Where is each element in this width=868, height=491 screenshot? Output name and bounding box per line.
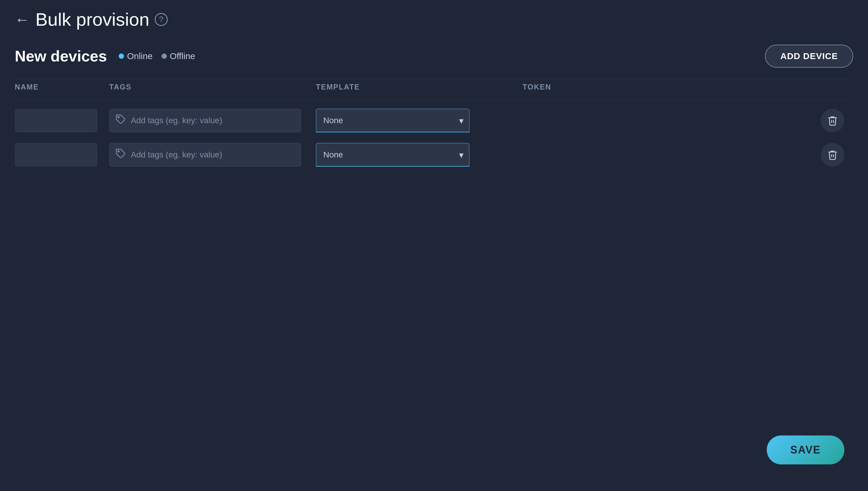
- template-cell-2: None ▾: [316, 143, 523, 167]
- svg-point-0: [118, 116, 119, 118]
- name-input-2[interactable]: [15, 143, 97, 167]
- delete-button-1[interactable]: [821, 109, 844, 132]
- tag-icon-2: [116, 148, 126, 161]
- offline-badge: Offline: [161, 51, 195, 61]
- row-actions-2: [523, 143, 853, 167]
- table-row: Add tags (eg. key: value) None ▾: [15, 104, 853, 138]
- tags-placeholder-2: Add tags (eg. key: value): [131, 150, 222, 160]
- page: ← Bulk provision ? New devices Online Of…: [0, 0, 868, 491]
- table-header: NAME TAGS TEMPLATE TOKEN: [15, 80, 853, 100]
- online-badge: Online: [119, 51, 153, 61]
- col-header-name: NAME: [15, 80, 109, 94]
- status-badges: Online Offline: [119, 51, 195, 61]
- name-cell-1: [15, 109, 109, 132]
- tags-input-wrapper-2[interactable]: Add tags (eg. key: value): [109, 143, 301, 167]
- col-header-tags: TAGS: [109, 80, 316, 94]
- col-header-template: TEMPLATE: [316, 80, 523, 94]
- template-select-wrapper-2: None ▾: [316, 143, 469, 167]
- save-button[interactable]: SAVE: [767, 435, 844, 464]
- name-input-1[interactable]: [15, 109, 97, 132]
- table-container: NAME TAGS TEMPLATE TOKEN Add tags (eg.: [15, 80, 853, 482]
- help-icon[interactable]: ?: [155, 13, 168, 26]
- tags-placeholder-1: Add tags (eg. key: value): [131, 116, 222, 125]
- page-title-text: Bulk provision: [35, 9, 149, 30]
- footer: SAVE: [767, 427, 844, 473]
- online-label: Online: [127, 51, 153, 61]
- tags-cell-2: Add tags (eg. key: value): [109, 143, 316, 167]
- back-button[interactable]: ←: [15, 11, 30, 28]
- template-select-2[interactable]: None: [316, 143, 469, 167]
- row-actions-1: [523, 109, 853, 132]
- template-cell-1: None ▾: [316, 109, 523, 132]
- back-icon: ←: [15, 11, 30, 28]
- delete-button-2[interactable]: [821, 143, 844, 167]
- name-cell-2: [15, 143, 109, 167]
- add-device-button[interactable]: ADD DEVICE: [765, 45, 853, 68]
- subheader: New devices Online Offline ADD DEVICE: [15, 45, 853, 68]
- template-select-1[interactable]: None: [316, 109, 469, 132]
- offline-dot: [161, 54, 167, 59]
- col-header-token: TOKEN: [523, 80, 853, 94]
- svg-point-1: [118, 151, 119, 152]
- tags-input-wrapper-1[interactable]: Add tags (eg. key: value): [109, 109, 301, 132]
- online-dot: [119, 54, 124, 59]
- table-row: Add tags (eg. key: value) None ▾: [15, 138, 853, 172]
- template-select-wrapper-1: None ▾: [316, 109, 469, 132]
- subheader-left: New devices Online Offline: [15, 47, 195, 65]
- section-title: New devices: [15, 47, 107, 65]
- tags-cell-1: Add tags (eg. key: value): [109, 109, 316, 132]
- offline-label: Offline: [170, 51, 195, 61]
- page-title: Bulk provision ?: [35, 9, 168, 30]
- tag-icon-1: [116, 114, 126, 127]
- header: ← Bulk provision ?: [15, 9, 853, 30]
